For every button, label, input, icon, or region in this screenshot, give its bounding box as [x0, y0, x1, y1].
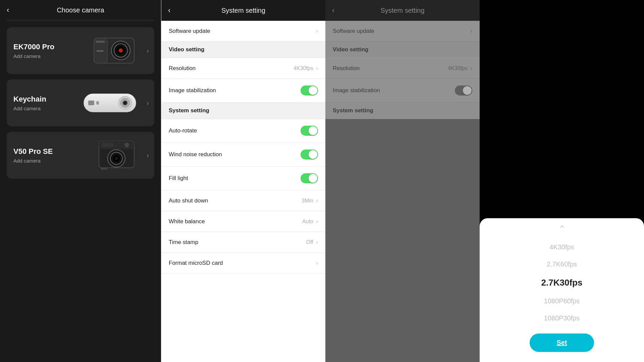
picker-set-button[interactable]: Set — [530, 334, 594, 352]
resolution-item[interactable]: Resolution 4K30fps › — [161, 58, 325, 79]
format-sd-item[interactable]: Format microSD card › — [161, 253, 325, 274]
dimmed-software-update: Software update › — [325, 21, 480, 42]
choose-camera-header: ‹ Choose camera — [0, 0, 161, 20]
image-stabilization-toggle[interactable] — [301, 85, 318, 96]
fill-light-label: Fill light — [169, 175, 188, 182]
resolution-label: Resolution — [169, 65, 196, 72]
format-sd-chevron: › — [316, 259, 318, 266]
auto-shutdown-label: Auto shut down — [169, 197, 208, 204]
resolution-value: 4K30fps — [293, 65, 313, 71]
dimmed-settings-list: Software update › Video setting Resoluti… — [325, 21, 480, 362]
resolution-picker-panel: ⌃ 4K30fps 2.7K60fps 2.7K30fps 1080P60fps… — [480, 0, 644, 362]
chevron-right-keychain: › — [147, 99, 149, 107]
fill-light-item[interactable]: Fill light — [161, 167, 325, 190]
camera-image-keychain — [82, 91, 138, 115]
wind-noise-toggle[interactable] — [301, 149, 318, 160]
toggle-knob-wind-noise — [309, 150, 317, 159]
svg-point-21 — [115, 157, 118, 160]
add-camera-label-v50: Add camera — [13, 158, 53, 164]
system-setting-section: System setting — [161, 103, 325, 119]
svg-rect-23 — [124, 143, 129, 147]
settings-list: Software update › Video setting Resoluti… — [161, 21, 325, 362]
dimmed-resolution-label: Resolution — [333, 65, 360, 72]
auto-shutdown-item[interactable]: Auto shut down 3Min › — [161, 190, 325, 211]
white-balance-chevron: › — [316, 218, 318, 225]
svg-rect-22 — [102, 143, 113, 147]
choose-camera-panel: ‹ Choose camera EK7000 Pro Add camera AK… — [0, 0, 161, 362]
auto-rotate-label: Auto-rotate — [169, 127, 197, 134]
picker-option-4k30[interactable]: 4K30fps — [480, 239, 644, 256]
dimmed-video-section: Video setting — [325, 42, 480, 58]
picker-options: 4K30fps 2.7K60fps 2.7K30fps 1080P60fps 1… — [480, 239, 644, 327]
camera-card-keychain[interactable]: Keychain Add camera — [7, 79, 154, 126]
camera-card-v50[interactable]: V50 Pro SE Add camera V50 Pro › — [7, 132, 154, 179]
add-camera-label-keychain: Add camera — [13, 106, 46, 111]
svg-rect-6 — [96, 41, 105, 43]
back-button[interactable]: ‹ — [7, 6, 9, 14]
picker-option-27k30[interactable]: 2.7K30fps — [480, 273, 644, 293]
picker-option-1080p30[interactable]: 1080P30fps — [480, 310, 644, 327]
auto-rotate-toggle[interactable] — [301, 126, 318, 136]
camera-image-ek7000: AKASO — [92, 35, 138, 67]
dimmed-header: ‹ System setting — [325, 0, 480, 21]
system-setting-panel: ‹ System setting Software update › Video… — [161, 0, 325, 362]
camera-image-v50: V50 Pro — [96, 138, 138, 173]
dimmed-image-stab-toggle — [455, 85, 472, 96]
svg-rect-15 — [96, 101, 99, 105]
chevron-right-v50: › — [147, 152, 149, 159]
toggle-knob-auto-rotate — [309, 126, 317, 135]
wind-noise-item[interactable]: Wind noise reduction — [161, 143, 325, 167]
svg-point-5 — [119, 49, 123, 53]
dimmed-resolution-value: 4K30fps — [448, 65, 468, 71]
dimmed-title: System setting — [380, 7, 424, 14]
choose-camera-title: Choose camera — [57, 6, 104, 14]
time-stamp-chevron: › — [316, 239, 318, 246]
software-update-chevron: › — [316, 27, 318, 35]
svg-text:V50 Pro: V50 Pro — [101, 168, 107, 170]
auto-rotate-item[interactable]: Auto-rotate — [161, 119, 325, 143]
system-setting-title: System setting — [221, 7, 265, 14]
add-camera-label-ek7000: Add camera — [13, 53, 54, 59]
format-sd-label: Format microSD card — [169, 260, 223, 266]
dimmed-image-stab: Image stabilization — [325, 79, 480, 103]
video-setting-section: Video setting — [161, 42, 325, 58]
white-balance-label: White balance — [169, 218, 205, 225]
system-back-button[interactable]: ‹ — [168, 6, 170, 15]
software-update-item[interactable]: Software update › — [161, 21, 325, 42]
software-update-label: Software update — [169, 28, 210, 35]
camera-card-ek7000[interactable]: EK7000 Pro Add camera AKASO › — [7, 27, 154, 74]
dimmed-system-section: System setting — [325, 103, 480, 119]
camera-name-ek7000: EK7000 Pro — [13, 43, 54, 51]
image-stabilization-item[interactable]: Image stabilization — [161, 79, 325, 103]
dimmed-software-label: Software update — [333, 28, 374, 35]
wind-noise-label: Wind noise reduction — [169, 151, 222, 158]
svg-point-13 — [124, 102, 126, 104]
auto-shutdown-chevron: › — [316, 197, 318, 204]
svg-text:AKASO: AKASO — [97, 50, 104, 52]
picker-chevron-up: ⌃ — [558, 224, 566, 235]
camera-name-v50: V50 Pro SE — [13, 147, 53, 156]
dimmed-image-stab-label: Image stabilization — [333, 87, 380, 94]
picker-option-27k60[interactable]: 2.7K60fps — [480, 256, 644, 273]
time-stamp-label: Time stamp — [169, 239, 198, 246]
dimmed-system-setting-panel: ‹ System setting Software update › Video… — [325, 0, 480, 362]
toggle-knob — [309, 86, 317, 95]
system-setting-header: ‹ System setting — [161, 0, 325, 21]
fill-light-toggle[interactable] — [301, 173, 318, 183]
picker-card: ⌃ 4K30fps 2.7K60fps 2.7K30fps 1080P60fps… — [480, 218, 644, 362]
dimmed-resolution: Resolution 4K30fps › — [325, 58, 480, 79]
chevron-right-ek7000: › — [147, 47, 149, 55]
svg-rect-14 — [88, 101, 94, 105]
time-stamp-item[interactable]: Time stamp Off › — [161, 232, 325, 253]
white-balance-item[interactable]: White balance Auto › — [161, 211, 325, 232]
dimmed-back-button: ‹ — [332, 6, 334, 15]
time-stamp-value: Off — [306, 239, 313, 245]
auto-shutdown-value: 3Min — [302, 198, 313, 204]
white-balance-value: Auto — [302, 219, 313, 225]
image-stabilization-label: Image stabilization — [169, 87, 216, 94]
picker-option-1080p60[interactable]: 1080P60fps — [480, 293, 644, 310]
camera-name-keychain: Keychain — [13, 95, 46, 104]
camera-list: EK7000 Pro Add camera AKASO › — [0, 20, 161, 362]
toggle-knob-fill-light — [309, 174, 317, 183]
resolution-chevron: › — [316, 65, 318, 72]
